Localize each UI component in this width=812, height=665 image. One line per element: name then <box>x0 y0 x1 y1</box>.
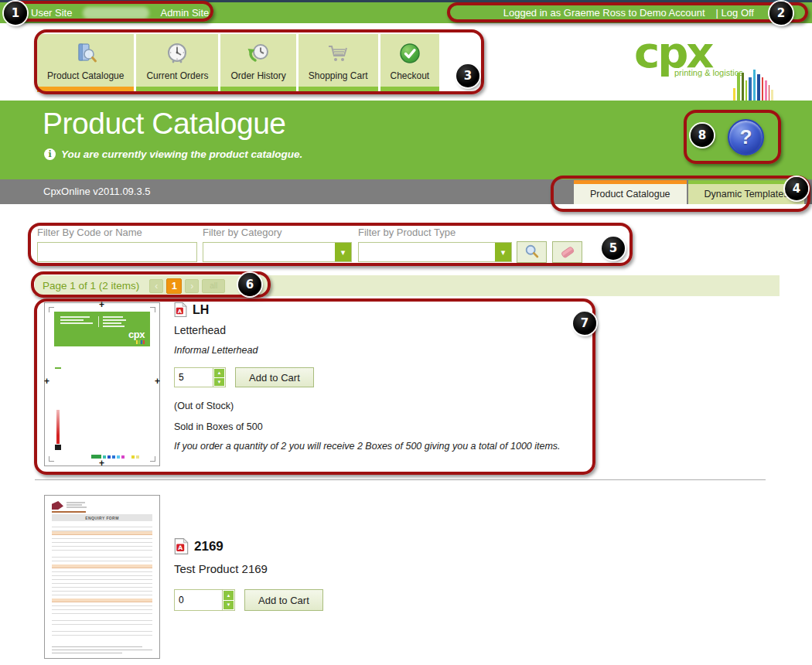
filter-category-label: Filter by Category <box>203 227 282 238</box>
add-to-cart-button[interactable]: Add to Cart <box>235 367 314 387</box>
top-bar: User Site Admin Site Logged in as Graeme… <box>0 0 812 23</box>
stepper-up-icon[interactable]: ▲ <box>223 591 234 600</box>
category-select[interactable]: ▾ <box>203 242 352 262</box>
form-footer-lines <box>52 644 152 653</box>
filter-bar: Filter By Code or Name Filter by Categor… <box>37 227 780 267</box>
product-row-2169: ENQUIRY FORM A 2169 <box>44 495 638 659</box>
svg-text:A: A <box>178 309 183 315</box>
quantity-stepper: ▲ ▼ <box>222 589 235 611</box>
tab-product-catalogue[interactable]: Product Catalogue <box>37 34 134 92</box>
svg-text:A: A <box>178 544 183 551</box>
stepper-down-icon[interactable]: ▼ <box>223 601 234 610</box>
color-control-strip <box>56 410 60 444</box>
stepper-up-icon[interactable]: ▲ <box>214 369 224 377</box>
registration-mark: + <box>155 377 160 385</box>
thumb-brand-stripes <box>136 340 145 344</box>
product-row-lh: + + + + cpx <box>44 302 638 466</box>
page-banner: Product Catalogue i You are currently vi… <box>0 101 812 179</box>
tab-label: Shopping Cart <box>309 70 368 81</box>
product-pdf-link[interactable]: A LH <box>174 302 638 317</box>
history-clock-icon <box>246 41 271 66</box>
check-circle-icon <box>397 41 422 66</box>
clock-icon <box>165 41 189 66</box>
product-code[interactable]: 2169 <box>194 539 223 554</box>
tab-current-orders[interactable]: Current Orders <box>136 34 218 92</box>
color-calibration-bar <box>91 455 139 459</box>
cpx-logo: cpx printing & logistics <box>634 31 812 77</box>
product-pdf-link[interactable]: A 2169 <box>174 538 638 554</box>
product-thumbnail[interactable]: + + + + cpx <box>44 302 160 466</box>
cart-icon <box>326 41 350 66</box>
filter-product-type-label: Filter by Product Type <box>358 227 455 238</box>
pager-prev-button[interactable]: ‹ <box>149 279 163 293</box>
subtab-dynamic-templates[interactable]: Dynamic Templates <box>688 180 805 204</box>
tab-label: Order History <box>230 70 285 81</box>
tab-label: Current Orders <box>146 70 208 81</box>
clear-filters-button[interactable] <box>552 241 582 263</box>
admin-site-link[interactable]: Admin Site <box>160 7 209 19</box>
catalogue-sub-tabs: Product Catalogue Dynamic Templates <box>574 180 804 204</box>
category-select-value <box>203 243 335 261</box>
banner-info-text: You are currently viewing the product ca… <box>61 148 302 160</box>
pager-all-button[interactable]: all <box>202 279 225 293</box>
chevron-down-icon[interactable]: ▾ <box>335 243 351 261</box>
callout-3: 3 <box>456 64 479 87</box>
registration-mark: + <box>44 377 49 385</box>
product-description: Informal Letterhead <box>174 345 638 356</box>
eraser-icon <box>559 244 576 261</box>
catalogue-search-icon <box>73 41 98 66</box>
filter-code-input[interactable] <box>37 242 197 262</box>
pager-bar: Page 1 of 1 (2 items) ‹ 1 › all <box>35 275 780 296</box>
quantity-input[interactable] <box>174 367 213 387</box>
thumb-form-title: ENQUIRY FORM <box>52 514 152 521</box>
product-code[interactable]: LH <box>193 303 209 317</box>
registration-mark: + <box>99 459 104 467</box>
tab-order-history[interactable]: Order History <box>220 34 295 92</box>
stepper-down-icon[interactable]: ▼ <box>214 378 224 387</box>
product-type-select-value <box>359 243 495 261</box>
tab-label: Checkout <box>391 70 430 81</box>
main-nav-tabs: Product Catalogue Current Orders <box>37 34 442 92</box>
product-divider <box>35 479 766 480</box>
registration-mark: + <box>99 301 104 309</box>
letterhead-header-band: cpx <box>54 312 150 346</box>
product-name: Test Product 2169 <box>174 562 638 575</box>
tab-checkout[interactable]: Checkout <box>380 34 440 92</box>
pdf-icon: A <box>174 302 187 317</box>
filter-code-label: Filter By Code or Name <box>37 227 142 238</box>
form-logo <box>52 501 63 510</box>
quantity-stepper: ▲ ▼ <box>213 367 226 387</box>
pack-note: If you order a quantity of 2 you will re… <box>174 441 638 452</box>
search-icon <box>524 244 541 261</box>
help-button[interactable]: ? <box>728 119 764 155</box>
pack-info: Sold in Boxes of 500 <box>174 421 638 432</box>
version-text: CpxOnline v2011.09.3.5 <box>43 179 151 204</box>
user-site-link[interactable]: User Site <box>31 7 72 19</box>
redacted-site-name <box>83 7 149 19</box>
pager-page-1-button[interactable]: 1 <box>166 278 182 294</box>
thumb-brand-text: cpx <box>128 329 145 340</box>
info-icon: i <box>44 148 56 160</box>
form-rows <box>52 523 152 636</box>
stock-status: (Out of Stock) <box>174 401 638 411</box>
page: User Site Admin Site Logged in as Graeme… <box>0 0 812 665</box>
page-title: Product Catalogue <box>43 107 286 141</box>
product-name: Letterhead <box>174 324 638 336</box>
chevron-down-icon[interactable]: ▾ <box>495 243 511 261</box>
product-thumbnail[interactable]: ENQUIRY FORM <box>44 495 160 659</box>
tab-label: Product Catalogue <box>47 70 124 81</box>
product-type-select[interactable]: ▾ <box>358 242 512 262</box>
pdf-icon: A <box>174 538 189 554</box>
tab-shopping-cart[interactable]: Shopping Cart <box>299 34 378 92</box>
add-to-cart-button[interactable]: Add to Cart <box>244 589 323 611</box>
quantity-input[interactable] <box>174 589 222 611</box>
logged-in-text: Logged in as Graeme Ross to Demo Account <box>503 7 705 19</box>
search-button[interactable] <box>517 241 547 263</box>
log-off-link[interactable]: | Log Off <box>716 7 754 19</box>
pager-next-button[interactable]: › <box>185 279 199 293</box>
subtab-product-catalogue[interactable]: Product Catalogue <box>574 180 687 204</box>
pager-summary: Page 1 of 1 (2 items) <box>43 280 139 292</box>
